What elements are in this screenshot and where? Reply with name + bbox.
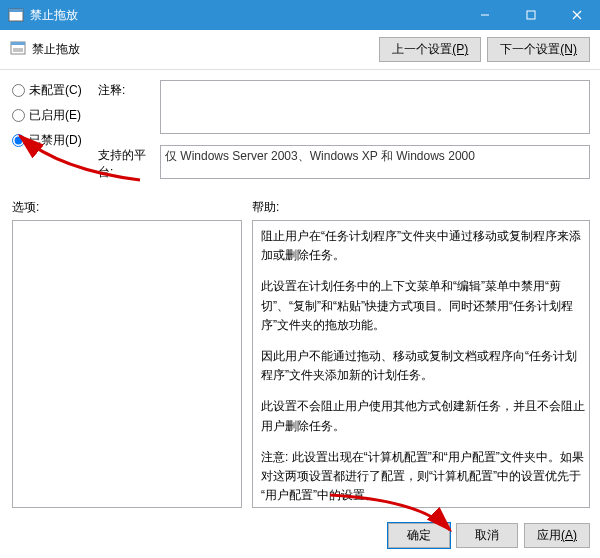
- apply-button[interactable]: 应用(A): [524, 523, 590, 548]
- radio-disabled[interactable]: 已禁用(D): [12, 132, 98, 149]
- options-label: 选项:: [12, 199, 242, 216]
- comment-label: 注释:: [98, 80, 160, 137]
- help-paragraph: 因此用户不能通过拖动、移动或复制文档或程序向“任务计划程序”文件夹添加新的计划任…: [261, 347, 585, 385]
- radio-not-configured[interactable]: 未配置(C): [12, 82, 98, 99]
- radio-enabled-input[interactable]: [12, 109, 25, 122]
- help-panel: 阻止用户在“任务计划程序”文件夹中通过移动或复制程序来添加或删除任务。 此设置在…: [252, 220, 590, 508]
- help-paragraph: 注意: 此设置出现在“计算机配置”和“用户配置”文件夹中。如果对这两项设置都进行…: [261, 448, 585, 506]
- app-icon: [8, 7, 24, 23]
- radio-not-configured-input[interactable]: [12, 84, 25, 97]
- help-paragraph: 阻止用户在“任务计划程序”文件夹中通过移动或复制程序来添加或删除任务。: [261, 227, 585, 265]
- dialog-footer: 确定 取消 应用(A): [388, 523, 590, 548]
- policy-icon: [10, 40, 26, 59]
- policy-title: 禁止拖放: [32, 41, 80, 58]
- svg-rect-3: [527, 11, 535, 19]
- topbar: 禁止拖放 上一个设置(P) 下一个设置(N): [0, 30, 600, 70]
- close-button[interactable]: [554, 0, 600, 30]
- svg-rect-7: [11, 42, 25, 45]
- platform-box: 仅 Windows Server 2003、Windows XP 和 Windo…: [160, 145, 590, 179]
- ok-button[interactable]: 确定: [388, 523, 450, 548]
- cancel-button[interactable]: 取消: [456, 523, 518, 548]
- radio-enabled[interactable]: 已启用(E): [12, 107, 98, 124]
- minimize-button[interactable]: [462, 0, 508, 30]
- radio-disabled-input[interactable]: [12, 134, 25, 147]
- state-radio-group: 未配置(C) 已启用(E) 已禁用(D): [12, 80, 98, 189]
- help-paragraph: 此设置在计划任务中的上下文菜单和“编辑”菜单中禁用“剪切”、“复制”和“粘贴”快…: [261, 277, 585, 335]
- maximize-button[interactable]: [508, 0, 554, 30]
- svg-rect-1: [9, 9, 23, 12]
- options-panel: [12, 220, 242, 508]
- help-label: 帮助:: [252, 199, 590, 216]
- help-paragraph: 此设置不会阻止用户使用其他方式创建新任务，并且不会阻止用户删除任务。: [261, 397, 585, 435]
- titlebar: 禁止拖放: [0, 0, 600, 30]
- help-scroll[interactable]: 阻止用户在“任务计划程序”文件夹中通过移动或复制程序来添加或删除任务。 此设置在…: [253, 221, 589, 507]
- window-title: 禁止拖放: [30, 7, 462, 24]
- prev-setting-button[interactable]: 上一个设置(P): [379, 37, 481, 62]
- comment-textarea[interactable]: [160, 80, 590, 134]
- platform-label: 支持的平台:: [98, 145, 160, 181]
- next-setting-button[interactable]: 下一个设置(N): [487, 37, 590, 62]
